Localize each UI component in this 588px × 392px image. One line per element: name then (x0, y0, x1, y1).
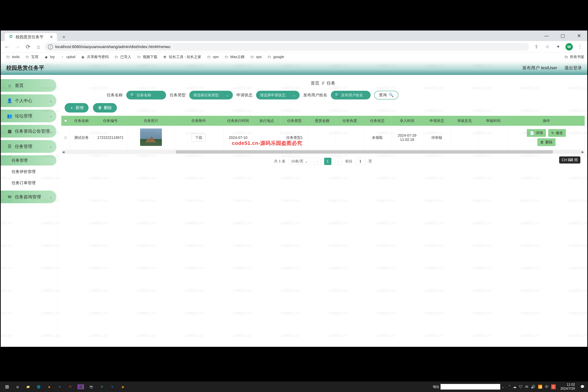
bookmark-item[interactable]: 🗀vps (248, 54, 264, 60)
scrollbar-thumb[interactable] (176, 150, 553, 154)
download-button[interactable]: 下载 (192, 134, 206, 142)
sidebar-item-forum[interactable]: 👥论坛管理⌄ (1, 110, 56, 122)
taskbar-clock[interactable]: 11:02 2024/7/29 (560, 383, 578, 390)
detail-button[interactable]: 📄详情 (527, 129, 546, 137)
sidebar-item-profile[interactable]: 👤个人中心⌄ (1, 94, 56, 107)
sidebar-sub-task-manage[interactable]: 任务管理 (1, 155, 56, 166)
sidebar-item-consult[interactable]: ✉任务咨询管理⌄ (1, 190, 56, 203)
browser-tab[interactable]: 校园悬赏任务平 ✕ (5, 33, 57, 41)
task-thumbnail[interactable] (140, 128, 162, 146)
tray-icon[interactable]: ✉ (525, 384, 528, 389)
taskbar-app[interactable]: 📷 (87, 382, 96, 391)
delete-button[interactable]: 🗑删除 (93, 103, 117, 112)
bookmark-item[interactable]: 🗀视频下载 (134, 54, 160, 60)
bookmark-item[interactable]: ✚站长工具 - 站长之家 (160, 54, 204, 60)
search-button[interactable]: 查询🔍 (374, 91, 398, 100)
bookmark-item[interactable]: 🗀tools (4, 54, 22, 60)
row-checkbox[interactable] (61, 126, 70, 150)
tray-icon[interactable]: 🛡 (519, 385, 523, 389)
tab-close-icon[interactable]: ✕ (50, 35, 53, 40)
site-info-icon[interactable]: i (48, 44, 53, 49)
row-delete-button[interactable]: 🗑删除 (537, 138, 556, 146)
chevron-down-icon[interactable]: ⌄ (502, 385, 504, 389)
filter-status-label: 申请状态 (236, 92, 252, 98)
tray-icon[interactable]: S (551, 384, 556, 389)
all-bookmarks-button[interactable]: 🗀所有书签 (564, 54, 584, 59)
pager-page-1[interactable]: 1 (324, 158, 332, 165)
bookmark-item[interactable]: ↑uplod (58, 54, 78, 60)
pager-goto-label: 前往 (345, 159, 352, 164)
taskbar-app[interactable]: W (66, 382, 75, 391)
bookmark-item[interactable]: 🗀已导入 (112, 54, 134, 60)
bookmark-item[interactable]: ◆txy (42, 54, 57, 60)
url-input[interactable]: i localhost:8080/xiaoyuanxuanshang/admin… (45, 43, 529, 51)
pager-total: 共 1 条 (274, 159, 285, 164)
home-icon: ⌂ (7, 83, 12, 88)
bookmark-item[interactable]: 🗀vpn (204, 54, 221, 60)
taskbar-app[interactable]: 🌐 (34, 382, 43, 391)
taskbar-app[interactable]: ⬛ (76, 382, 85, 391)
tray-icon[interactable]: ☁ (513, 384, 516, 389)
extensions-icon[interactable]: ✦ (554, 43, 562, 50)
bookmark-item[interactable]: 🗀Max云梯 (222, 54, 247, 60)
sidebar-item-home[interactable]: ⌂首页 (1, 79, 56, 92)
notifications-icon[interactable]: 💬 (580, 385, 584, 389)
chevron-down-icon: ⌄ (49, 114, 52, 118)
bookmark-item[interactable]: 🗀宝塔 (23, 54, 41, 60)
col-amount: 悬赏金额 (308, 116, 336, 126)
horizontal-scrollbar[interactable]: ◀ ▶ (61, 150, 585, 154)
add-button[interactable]: ＋新增 (64, 103, 88, 112)
tray-chevron-icon[interactable]: ˄ (508, 384, 510, 389)
doc-icon: 📄 (530, 131, 534, 135)
nav-reload-button[interactable]: ⟳ (24, 42, 32, 51)
window-maximize-icon[interactable]: ▢ (554, 30, 571, 41)
nav-home-button[interactable]: ⌂ (34, 42, 43, 51)
filter-status-select[interactable]: 请选择申请状态⌄ (256, 91, 300, 100)
tray-icon[interactable]: 📶 (538, 384, 542, 389)
taskbar-app[interactable]: e (55, 382, 64, 391)
logout-link[interactable]: 退出登录 (564, 65, 582, 71)
window-close-icon[interactable]: ✕ (571, 30, 587, 41)
star-icon[interactable]: ☆ (544, 43, 551, 50)
nav-back-button[interactable]: ← (2, 42, 11, 51)
profile-avatar[interactable]: W (566, 43, 573, 50)
bookmark-item[interactable]: 🗀google (265, 54, 286, 60)
ime-indicator[interactable]: CH ⌨ 简 (559, 156, 580, 164)
edit-button[interactable]: ✎修改 (548, 129, 566, 137)
taskbar-app[interactable]: ◉ (118, 382, 128, 391)
breadcrumb-home[interactable]: 首页 (311, 80, 320, 86)
pager-prev[interactable]: ‹ (314, 158, 321, 165)
taskbar-app[interactable]: ✎ (108, 382, 117, 391)
taskbar-app[interactable]: ◎ (13, 382, 22, 391)
nav-forward-button[interactable]: → (13, 42, 22, 51)
taskbar-app[interactable]: ◆ (45, 382, 54, 391)
cell-amount (308, 126, 336, 150)
sidebar-sub-task-review[interactable]: 任务评价管理 (1, 166, 56, 177)
pager-next[interactable]: › (335, 158, 342, 165)
page-size-select[interactable]: 10条/页⌄ (289, 158, 310, 165)
tray-icon[interactable]: 🔊 (531, 384, 535, 389)
taskbar-app[interactable]: ✆ (97, 382, 106, 391)
filter-name-input[interactable]: 🔍 (126, 91, 166, 100)
windows-taskbar: ⊞ ◎ 📁 🌐 ◆ e W ⬛ 📷 ✆ ✎ ◉ 地址 ⌄ ˄ ☁ 🛡 ✉ 🔊 📶… (0, 382, 588, 392)
share-icon[interactable]: ⇪ (533, 43, 540, 50)
sidebar-item-news[interactable]: ▦任务资讯公告管理⌄ (1, 125, 56, 138)
scroll-right-icon[interactable]: ▶ (581, 150, 585, 154)
filter-user-input[interactable]: 🔍 (331, 91, 370, 100)
tray-ime-icon[interactable]: 中 (545, 384, 548, 389)
sidebar-item-task[interactable]: ☰任务管理⌄ (1, 140, 56, 153)
start-button[interactable]: ⊞ (2, 382, 12, 391)
sidebar-sub-task-order[interactable]: 任务订单管理 (1, 178, 56, 188)
browser-menu-icon[interactable]: ⋮ (576, 43, 584, 50)
scroll-left-icon[interactable]: ◀ (61, 150, 65, 154)
taskbar-app[interactable]: 📁 (24, 382, 33, 391)
filter-type-select[interactable]: 请选择任务类型⌄ (189, 91, 233, 100)
bookmark-item[interactable]: ◉共享账号密码 (78, 54, 111, 60)
cell-ops: 📄详情 ✎修改 🗑删除 (508, 126, 585, 150)
pager-goto-input[interactable] (356, 158, 365, 165)
new-tab-button[interactable]: + (60, 33, 68, 41)
window-minimize-icon[interactable]: — (538, 30, 554, 41)
col-checkbox[interactable] (61, 116, 70, 126)
tab-title: 校园悬赏任务平 (16, 34, 44, 40)
taskbar-address-input[interactable] (440, 384, 500, 390)
